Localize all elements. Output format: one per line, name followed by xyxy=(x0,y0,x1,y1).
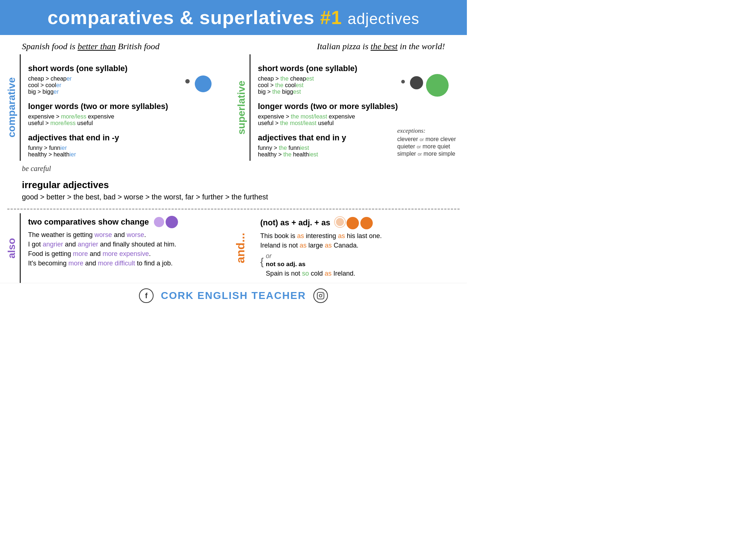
exceptions-box: exceptions: cleverer or more clever quie… xyxy=(397,127,456,158)
comparative-expensive: expensive > more/less expensive xyxy=(28,113,226,120)
superlative-cheap: cheap > the cheapest xyxy=(258,75,456,82)
facebook-icon[interactable]: f xyxy=(139,288,154,303)
comparative-content: short words (one syllable) cheap > cheap… xyxy=(20,54,233,161)
two-comparatives-title: two comparatives show change xyxy=(28,217,224,228)
example-left: Spanish food is better than British food xyxy=(22,42,159,51)
footer: f CORK ENGLISH TEACHER xyxy=(0,283,467,308)
header: comparatives & superlatives #1 adjective… xyxy=(0,0,467,35)
toggle-icons xyxy=(154,217,178,228)
comparative-funny: funny > funnier xyxy=(28,145,226,151)
and-label: and... xyxy=(231,213,249,283)
superlative-label: superlative xyxy=(233,54,249,161)
not-as-ex1: This book is as interesting as his last … xyxy=(260,232,456,240)
example-row: Spanish food is better than British food… xyxy=(0,35,467,54)
superlative-short-title: short words (one syllable) xyxy=(258,64,456,73)
header-title: comparatives & superlatives #1 adjective… xyxy=(11,7,456,28)
exceptions-title: exceptions: xyxy=(397,127,456,135)
exception-simpler: simpler or more simple xyxy=(397,151,456,157)
two-comp-ex3: Food is getting more and more expensive. xyxy=(28,250,224,258)
superlative-content: short words (one syllable) cheap > the c… xyxy=(249,54,463,161)
svg-point-2 xyxy=(322,293,323,294)
not-so-example: Spain is not so cold as Ireland. xyxy=(266,270,355,277)
two-comp-ex1: The weather is getting worse and worse. xyxy=(28,231,224,239)
instagram-icon[interactable] xyxy=(313,288,328,303)
bottom-section: also two comparatives show change The we… xyxy=(0,213,467,283)
superlative-short-words: cheap > the cheapest cool > the coolest … xyxy=(258,75,456,95)
comparative-useful: useful > more/less useful xyxy=(28,120,226,127)
be-careful-label: be careful xyxy=(22,164,445,173)
or-not-so: { or not so adj. as Spain is not so cold… xyxy=(260,252,456,279)
comparative-short-words: cheap > cheaper cool > cooler big > bigg… xyxy=(28,75,226,95)
comparative-big: big > bigger xyxy=(28,89,226,95)
comparative-healthy: healthy > healthier xyxy=(28,151,226,158)
not-as-ex2: Ireland is not as large as Canada. xyxy=(260,242,456,249)
comparative-longer-title: longer words (two or more syllables) xyxy=(28,102,226,111)
comparative-short-title: short words (one syllable) xyxy=(28,64,226,73)
svg-rect-0 xyxy=(317,292,324,299)
irregular-section: be careful irregular adjectives good > b… xyxy=(0,161,467,205)
comparative-label: comparative xyxy=(4,54,20,161)
two-comp-ex2: I got angrier and angrier and finally sh… xyxy=(28,241,224,248)
superlative-longer-title: longer words (two or more syllables) xyxy=(258,102,456,111)
main-section: comparative short words (one syllable) c… xyxy=(0,54,467,161)
superlative-big: big > the biggest xyxy=(258,89,456,95)
example-right: Italian pizza is the best in the world! xyxy=(317,42,445,51)
two-comparatives-content: two comparatives show change The weather… xyxy=(20,213,231,283)
comparative-endy-title: adjectives that end in -y xyxy=(28,133,226,143)
orange-circles xyxy=(335,217,373,229)
not-as-title: (not) as + adj. + as xyxy=(260,217,456,229)
exception-quieter: quieter or more quiet xyxy=(397,143,456,150)
not-so-label: not so adj. as xyxy=(266,261,355,268)
brand-name: CORK ENGLISH TEACHER xyxy=(161,290,306,302)
also-label: also xyxy=(4,213,20,283)
irregular-text: good > better > the best, bad > worse > … xyxy=(22,193,445,201)
svg-point-1 xyxy=(319,294,322,297)
not-as-content: (not) as + adj. + as This book is as int… xyxy=(249,213,464,283)
or-label: or xyxy=(266,252,355,260)
two-comp-ex4: It's becoming more and more difficult to… xyxy=(28,260,224,267)
dashed-divider xyxy=(7,209,460,210)
irregular-title: irregular adjectives xyxy=(22,179,445,191)
superlative-useful: useful > the most/least useful xyxy=(258,120,456,127)
superlative-expensive: expensive > the most/least expensive xyxy=(258,113,456,120)
exception-cleverer: cleverer or more clever xyxy=(397,136,456,143)
